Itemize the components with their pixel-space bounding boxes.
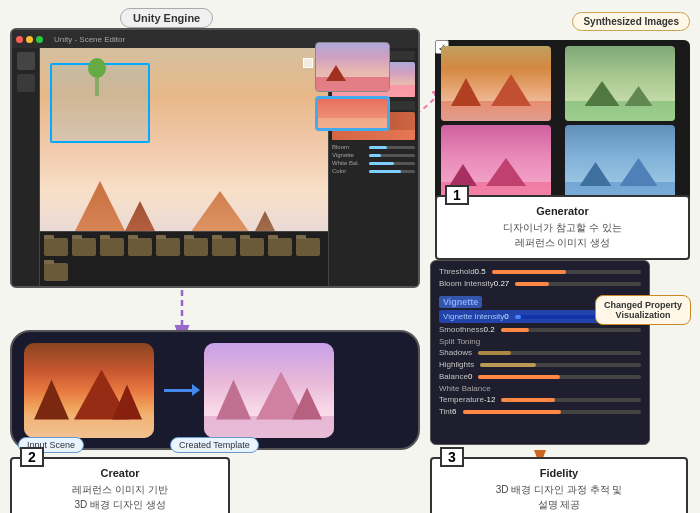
balance-row: Balance 0 xyxy=(439,372,641,381)
vignette-title: Vignette xyxy=(439,296,482,308)
bloom-intensity-row: Bloom Intensity 0.27 xyxy=(439,279,641,288)
unity-left-panel xyxy=(12,48,40,286)
vignette-intensity-label: Vignette Intensity xyxy=(443,312,504,321)
balance-value: 0 xyxy=(468,372,472,381)
vignette-intensity-value: 0 xyxy=(504,312,508,321)
window-minimize-dot xyxy=(26,36,33,43)
smoothness-value: 0.2 xyxy=(483,325,494,334)
step-1-desc: 디자이너가 참고할 수 있는 레퍼런스 이미지 생성 xyxy=(447,220,678,250)
step-2-number: 2 xyxy=(20,447,44,467)
unity-bottom-bar xyxy=(40,231,328,286)
creator-input-scene xyxy=(24,343,154,438)
step-3-number: 3 xyxy=(440,447,464,467)
wb-label-rp: White Bal. xyxy=(332,160,367,166)
step-3-box: 3 Fidelity 3D 배경 디자인 과정 추적 및 설명 제공 xyxy=(430,457,688,513)
bloom-value: 0.27 xyxy=(494,279,510,288)
temperature-label: Temperature xyxy=(439,395,484,404)
hierarchy-icon xyxy=(17,52,35,70)
tree-top xyxy=(88,58,106,78)
project-icon xyxy=(17,74,35,92)
window-maximize-dot xyxy=(36,36,43,43)
unity-top-bar-title: Unity - Scene Editor xyxy=(54,35,125,44)
preview-thumb-1 xyxy=(315,42,390,92)
folder-6 xyxy=(184,238,208,256)
folder-5 xyxy=(156,238,180,256)
bloom-label-rp: Bloom xyxy=(332,144,367,150)
vignette-label-rp: Vignette xyxy=(332,152,367,158)
changed-property-bubble: Changed Property Visualization xyxy=(595,295,691,325)
synth-image-1 xyxy=(441,46,551,121)
threshold-value: 0.5 xyxy=(475,267,486,276)
creator-arrow xyxy=(164,389,194,392)
white-balance-title: White Balance xyxy=(439,384,641,393)
step-2-desc: 레퍼런스 이미지 기반 3D 배경 디자인 생성 xyxy=(22,482,218,512)
window-close-dot xyxy=(16,36,23,43)
unity-engine-label: Unity Engine xyxy=(120,8,213,28)
smoothness-row: Smoothness 0.2 xyxy=(439,325,641,334)
bloom-label: Bloom Intensity xyxy=(439,279,494,288)
unity-preview-thumbnails xyxy=(315,42,390,131)
white-balance-section: White Balance Temperature -12 Tint 6 xyxy=(439,384,641,416)
folder-9 xyxy=(268,238,292,256)
step-3-title: Fidelity xyxy=(442,467,676,479)
tint-row: Tint 6 xyxy=(439,407,641,416)
synthesized-label: Synthesized Images xyxy=(572,12,690,31)
balance-label: Balance xyxy=(439,372,468,381)
step-3-desc: 3D 배경 디자인 과정 추적 및 설명 제공 xyxy=(442,482,676,512)
folder-3 xyxy=(100,238,124,256)
color-label-rp: Color xyxy=(332,168,367,174)
split-toning-title: Split Toning xyxy=(439,337,641,346)
split-toning-section: Split Toning Shadows Highlights Balance … xyxy=(439,337,641,381)
gizmo xyxy=(303,58,313,68)
step-1-box: 1 Generator 디자이너가 참고할 수 있는 레퍼런스 이미지 생성 xyxy=(435,195,690,260)
synth-image-2 xyxy=(565,46,675,121)
creator-section xyxy=(10,330,420,450)
step-2-box: 2 Creator 레퍼런스 이미지 기반 3D 배경 디자인 생성 xyxy=(10,457,230,513)
property-panel: Threshold 0.5 Bloom Intensity 0.27 Vigne… xyxy=(430,260,650,445)
step-2-title: Creator xyxy=(22,467,218,479)
sliders-section: Bloom Vignette White Bal. Color xyxy=(332,144,415,174)
temperature-row: Temperature -12 xyxy=(439,395,641,404)
creator-output-template xyxy=(204,343,334,438)
highlights-row: Highlights xyxy=(439,360,641,369)
temperature-value: -12 xyxy=(484,395,496,404)
folder-2 xyxy=(72,238,96,256)
preview-thumb-2-selected xyxy=(315,96,390,131)
step-1-title: Generator xyxy=(447,205,678,217)
folder-10 xyxy=(296,238,320,256)
threshold-row: Threshold 0.5 xyxy=(439,267,641,276)
shadows-row: Shadows xyxy=(439,348,641,357)
tint-value: 6 xyxy=(452,407,456,416)
folder-1 xyxy=(44,238,68,256)
synthesized-grid xyxy=(435,40,690,206)
synth-image-4 xyxy=(565,125,675,200)
smoothness-label: Smoothness xyxy=(439,325,483,334)
folder-11 xyxy=(44,263,68,281)
shadows-label: Shadows xyxy=(439,348,472,357)
threshold-label: Threshold xyxy=(439,267,475,276)
created-template-label: Created Template xyxy=(170,437,259,453)
folder-4 xyxy=(128,238,152,256)
step-1-number: 1 xyxy=(445,185,469,205)
synthesized-section: Synthesized Images ✓ xyxy=(435,12,690,206)
tint-label: Tint xyxy=(439,407,452,416)
folder-7 xyxy=(212,238,236,256)
highlights-label: Highlights xyxy=(439,360,474,369)
folder-8 xyxy=(240,238,264,256)
